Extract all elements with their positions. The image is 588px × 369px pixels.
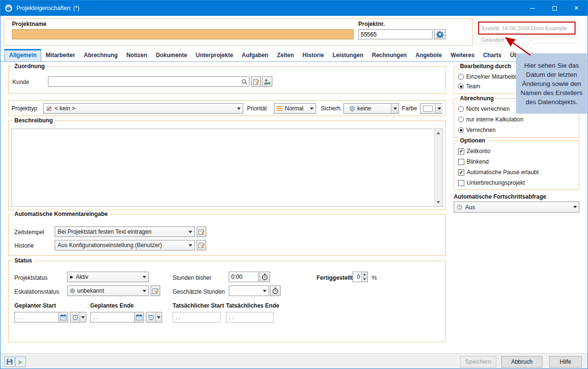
historie-combo[interactable]: Aus Konfigurationseinstellung (Benutzer) xyxy=(55,240,195,250)
geplantes-ende-calendar-button[interactable] xyxy=(134,312,143,322)
tatsaechlicher-start-field[interactable]: . . xyxy=(173,312,221,322)
projektnr-input[interactable] xyxy=(358,29,433,39)
close-button[interactable]: × xyxy=(565,0,588,16)
prioritaet-value: Normal xyxy=(285,105,306,112)
checkbox-zeitkonto[interactable]: ✓ Zeitkonto xyxy=(458,148,490,155)
step-up-button[interactable] xyxy=(362,272,367,277)
maximize-button[interactable] xyxy=(543,0,565,16)
projekttyp-label: Projekttyp xyxy=(12,105,37,112)
fertiggestellt-stepper[interactable]: 0 xyxy=(353,272,368,282)
search-icon xyxy=(241,79,247,85)
kunde-input[interactable] xyxy=(48,77,239,86)
start-project-button[interactable]: ▶ xyxy=(15,357,26,367)
scroll-down-button[interactable] xyxy=(435,198,442,206)
projektname-label: Projektname xyxy=(12,21,47,27)
tab-charts[interactable]: Charts xyxy=(479,49,506,61)
arrow-up-icon xyxy=(436,132,440,134)
scroll-up-button[interactable] xyxy=(435,129,442,137)
kunde-search-field[interactable] xyxy=(48,76,249,87)
zeitstempel-label: Zeitstempel xyxy=(14,229,44,236)
checkbox-automatische-pause[interactable]: ✓ Automatische Pause erlaubt xyxy=(458,169,539,176)
geplanter-start-calendar-button[interactable] xyxy=(59,312,68,322)
kunde-edit-button[interactable] xyxy=(251,76,261,87)
radio-einzelner-mitarbeiter[interactable]: Einzelner Mitarbeiter xyxy=(458,73,519,80)
radio-team[interactable]: Team xyxy=(458,83,480,90)
calendar-icon xyxy=(136,314,142,321)
edit-note-icon xyxy=(198,242,205,249)
tab-weiteres[interactable]: Weiteres xyxy=(447,49,479,61)
radio-verrechnen[interactable]: Verrechnen xyxy=(458,127,495,133)
eskalationsstatus-value: unbekannt xyxy=(77,287,138,294)
add-person-icon xyxy=(263,78,271,85)
eskalationsstatus-combo[interactable]: unbekannt xyxy=(67,286,149,296)
checkbox-unterbrechungsprojekt[interactable]: ✓ Unterbrechungsprojekt xyxy=(458,179,525,186)
tab-mitarbeiter[interactable]: Mitarbeiter xyxy=(41,49,79,61)
geplanter-start-reminder-button[interactable] xyxy=(70,312,86,322)
color-swatch xyxy=(423,106,433,112)
historie-edit-button[interactable] xyxy=(197,240,206,250)
tab-dokumente[interactable]: Dokumente xyxy=(152,49,191,61)
prioritaet-combo[interactable]: Normal xyxy=(274,103,316,114)
geplantes-ende-reminder-button[interactable] xyxy=(146,312,162,322)
geplantes-ende-datefield[interactable]: . . xyxy=(90,312,144,322)
projektstatus-combo[interactable]: ▶ Aktiv xyxy=(67,272,149,282)
geplanter-start-datefield[interactable]: . . xyxy=(14,312,68,322)
fertiggestellt-value: 0 xyxy=(353,272,361,282)
alarm-clock-icon xyxy=(72,314,79,321)
tab-aufgaben[interactable]: Aufgaben xyxy=(237,49,272,61)
tatsaechlicher-start-label: Tatsächlicher Start xyxy=(173,302,224,309)
fortschrittsabfrage-combo[interactable]: Aus xyxy=(454,202,579,213)
status-group: Status Projektstatus ▶ Aktiv Stunden bis… xyxy=(8,261,446,342)
geschaetzte-stunden-combo[interactable] xyxy=(229,286,269,296)
checkbox-blinkend[interactable]: ✓ Blinkend xyxy=(458,158,489,165)
projektnr-label: Projektnr. xyxy=(358,21,385,27)
edit-note-icon xyxy=(198,228,205,235)
radio-label: nur interne Kalkulation xyxy=(466,116,523,123)
chevron-down-icon xyxy=(188,244,192,247)
tab-allgemein[interactable]: Allgemein xyxy=(4,49,41,61)
stunden-bisher-input[interactable] xyxy=(229,272,259,282)
play-icon: ▶ xyxy=(19,359,23,365)
checkbox-label: Unterbrechungsprojekt xyxy=(467,179,525,186)
eskalationsstatus-edit-button[interactable] xyxy=(151,286,160,296)
geschaetzte-stunden-stopwatch-button[interactable] xyxy=(270,286,281,296)
speichern-button[interactable]: Speichern xyxy=(460,356,496,368)
eskalationsstatus-label: Eskalationsstatus xyxy=(14,288,59,295)
fortschrittsabfrage-value: Aus xyxy=(465,204,569,211)
tab-rechnungen[interactable]: Rechnungen xyxy=(368,49,412,61)
beschreibung-scrollbar[interactable] xyxy=(434,129,442,206)
tatsaechliches-ende-field[interactable]: . . xyxy=(226,312,274,322)
checkbox-label: Automatische Pause erlaubt xyxy=(467,169,539,176)
geplanter-start-value: . . xyxy=(15,312,59,322)
tatsaechliches-ende-label: Tatsächliches Ende xyxy=(226,302,279,309)
tab-notizen[interactable]: Notizen xyxy=(122,49,151,61)
save-tool-button[interactable] xyxy=(4,357,15,367)
tab-unterprojekte[interactable]: Unterprojekte xyxy=(191,49,237,61)
projekttyp-combo[interactable]: < kein > xyxy=(43,103,243,114)
tab-zeiten[interactable]: Zeiten xyxy=(272,49,298,61)
stunden-bisher-stopwatch-button[interactable] xyxy=(259,272,270,282)
zeitstempel-combo[interactable]: Bei Projektstart festen Text eintragen xyxy=(55,226,195,237)
optionen-legend: Optionen xyxy=(458,137,487,144)
beschreibung-content[interactable] xyxy=(12,129,434,206)
abbruch-button[interactable]: Abbruch xyxy=(501,356,542,368)
projektnr-settings-button[interactable] xyxy=(434,29,446,39)
projektname-input[interactable] xyxy=(12,29,353,39)
chevron-down-icon xyxy=(81,316,85,319)
step-down-button[interactable] xyxy=(362,277,367,282)
farbe-combo[interactable] xyxy=(420,103,442,114)
zeitstempel-edit-button[interactable] xyxy=(197,226,206,237)
radio-interne-kalkulation[interactable]: nur interne Kalkulation xyxy=(458,116,523,123)
tab-historie[interactable]: Historie xyxy=(298,49,329,61)
tab-abrechnung[interactable]: Abrechnung xyxy=(80,49,122,61)
tab-leistungen[interactable]: Leistungen xyxy=(328,49,367,61)
beschreibung-legend: Beschreibung xyxy=(12,117,55,124)
beschreibung-textarea[interactable] xyxy=(12,129,443,207)
tab-angebote[interactable]: Angebote xyxy=(411,49,446,61)
hilfe-button[interactable]: Hilfe xyxy=(549,356,582,368)
audit-info-panel: Erstellt: 18.06.2018 Doris Example Geänd… xyxy=(476,21,578,44)
kunde-add-button[interactable] xyxy=(262,76,272,87)
sicherheit-combo[interactable]: keine xyxy=(343,103,399,114)
radio-nicht-verrechnen[interactable]: Nicht verrechnen xyxy=(458,106,510,112)
minimize-button[interactable] xyxy=(521,0,543,16)
